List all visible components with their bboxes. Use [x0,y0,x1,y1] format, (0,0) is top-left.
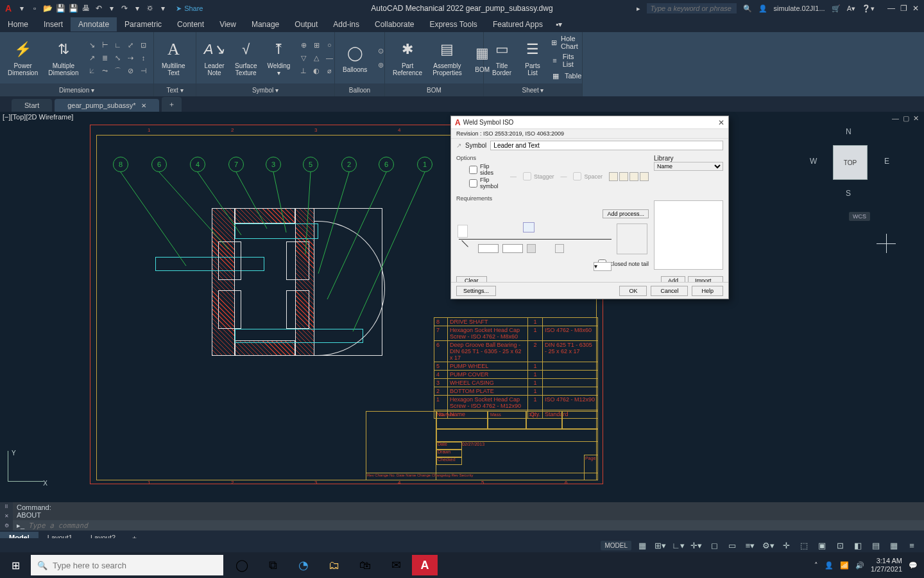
quickprops-icon[interactable]: ▦ [887,538,901,552]
redo-dd-icon[interactable]: ▾ [132,3,142,13]
wcs-badge[interactable]: WCS [849,212,870,221]
taskbar-search[interactable]: 🔍 Type here to search [31,555,223,575]
weld-field-1[interactable] [478,244,499,253]
undo-dd-icon[interactable]: ▾ [107,3,117,13]
command-input[interactable] [28,521,920,530]
help-button[interactable]: Help [692,286,723,296]
power-dimension-button[interactable]: ⚡Power Dimension [5,37,40,79]
gear-icon[interactable]: ⚙▾ [761,538,775,552]
dialog-close-icon[interactable]: ✕ [718,118,724,127]
tab-home[interactable]: Home [0,17,36,31]
people-icon[interactable]: 👤 [825,561,834,570]
vp-maximize-icon[interactable]: ▢ [903,114,909,123]
cancel-button[interactable]: Cancel [651,286,688,296]
flip-sides-checkbox[interactable]: Flip sides [469,163,504,176]
cli-config-icon[interactable]: ⚙ [4,523,9,529]
sym-icon-2[interactable]: ⊞ [311,39,322,51]
fits-list-button[interactable]: ≡Fits List [551,53,582,68]
snap-icon[interactable]: ⊞▾ [653,538,667,552]
settings-button[interactable]: Settings... [456,286,496,296]
store-icon[interactable]: 🛍 [350,552,380,578]
workspace-icon[interactable]: ⛭ [145,3,155,13]
open-icon[interactable]: 📂 [42,3,53,13]
minimize-button[interactable]: — [887,4,895,13]
sym-icon-1[interactable]: ⊕ [298,39,309,51]
ok-button[interactable]: OK [619,286,647,296]
dim-icon-9[interactable]: ⇢ [125,52,137,64]
plus-icon[interactable]: ✛ [779,538,793,552]
tab-insert[interactable]: Insert [36,17,71,31]
dim-icon-10[interactable]: ↕ [138,52,150,64]
sym-icon-4[interactable]: ▽ [298,52,309,64]
status-menu-icon[interactable]: ≡ [905,538,919,552]
sym-icon-5[interactable]: △ [311,52,322,64]
plot-icon[interactable]: 🖶 [81,3,91,13]
restore-button[interactable]: ❐ [900,4,907,13]
stagger-checkbox[interactable]: Stagger [523,172,554,180]
units-icon[interactable]: ▤ [869,538,883,552]
cortana-icon[interactable]: ◯ [227,552,257,578]
help-icon[interactable]: ❔▾ [862,4,875,13]
dim-icon-13[interactable]: ⌒ [112,65,124,76]
parts-list-button[interactable]: ☰Parts List [520,37,545,79]
explorer-icon[interactable]: 🗂 [320,552,349,578]
panel-title-symbol[interactable]: Symbol ▾ [196,83,334,96]
tab-annotate[interactable]: Annotate [71,17,117,31]
viewcube-w[interactable]: W [810,157,817,166]
dim-icon-6[interactable]: ↗ [87,52,98,64]
edge-icon[interactable]: ◔ [289,552,318,578]
balloons-button[interactable]: ◯Balloons [340,40,370,76]
viewcube-top[interactable]: TOP [833,145,868,180]
dim-icon-11[interactable]: ⟀ [87,65,98,76]
notifications-icon[interactable]: 💬 [909,561,918,570]
user-name[interactable]: simulate.02JI1... [774,4,825,12]
cart-icon[interactable]: 🛒 [832,4,841,13]
weld-symbol-box[interactable] [527,244,536,253]
doctab-add[interactable]: ＋ [162,97,182,112]
part-reference-button[interactable]: ✱Part Reference [390,37,425,79]
wifi-icon[interactable]: 📶 [840,561,849,570]
dim-icon-14[interactable]: ⊘ [125,65,137,76]
dim-icon-12[interactable]: ⤳ [99,65,111,76]
app-store-icon[interactable]: A▾ [847,4,855,13]
id-icon-4[interactable] [640,172,649,181]
sym-icon-9[interactable]: ⌀ [323,65,335,76]
tab-addins[interactable]: Add-ins [325,17,367,31]
close-tab-icon[interactable]: ✕ [141,102,146,109]
spacer-checkbox[interactable]: Spacer [573,172,603,180]
ortho-icon[interactable]: ∟▾ [671,538,685,552]
dim-icon-8[interactable]: ⤡ [112,52,124,64]
start-button[interactable]: ⊞ [0,552,31,578]
sym-icon-3[interactable]: ○ [323,39,335,51]
mail-icon[interactable]: ✉ [381,552,411,578]
flip-symbol-checkbox[interactable]: Flip symbol [469,177,504,189]
taskview-icon[interactable]: ⧉ [258,552,287,578]
sym-icon-7[interactable]: ⊥ [298,65,309,76]
multiline-text-button[interactable]: AMultiline Text [159,37,188,79]
library-list[interactable] [654,200,723,270]
lineweight-icon[interactable]: ≡▾ [743,538,757,552]
sound-icon[interactable]: 🔊 [855,561,864,570]
system-clock[interactable]: 3:14 AM 1/27/2021 [871,557,902,574]
qat-dd-icon[interactable]: ▾ [158,3,168,13]
vp-close-icon[interactable]: ✕ [913,114,919,123]
undo-icon[interactable]: ↶ [94,3,104,13]
redo-icon[interactable]: ↷ [119,3,130,13]
sym-icon-6[interactable]: — [323,52,335,64]
help-search-input[interactable] [647,3,737,13]
multiple-dimension-button[interactable]: ⇅Multiple Dimension [46,37,81,79]
vp-minimize-icon[interactable]: — [892,114,899,123]
doctab-active[interactable]: gear_pump_subassy*✕ [55,99,158,112]
dim-icon-5[interactable]: ⊡ [138,39,150,51]
new-icon[interactable]: ▫ [30,3,40,13]
tab-collaborate[interactable]: Collaborate [367,17,422,31]
share-button[interactable]: ➤ Share [176,4,203,13]
sym-icon-8[interactable]: ◐ [311,65,322,76]
dim-icon-3[interactable]: ∟ [112,39,124,51]
cli-grip-icon[interactable]: ⠿ [4,504,8,510]
panel-title-text[interactable]: Text ▾ [154,83,196,96]
view-label[interactable]: [−][Top][2D Wireframe] [3,113,73,121]
tray-chevron-icon[interactable]: ˄ [814,561,818,570]
dim-icon-1[interactable]: ↘ [87,39,98,51]
grid-icon[interactable]: ▦ [635,538,649,552]
